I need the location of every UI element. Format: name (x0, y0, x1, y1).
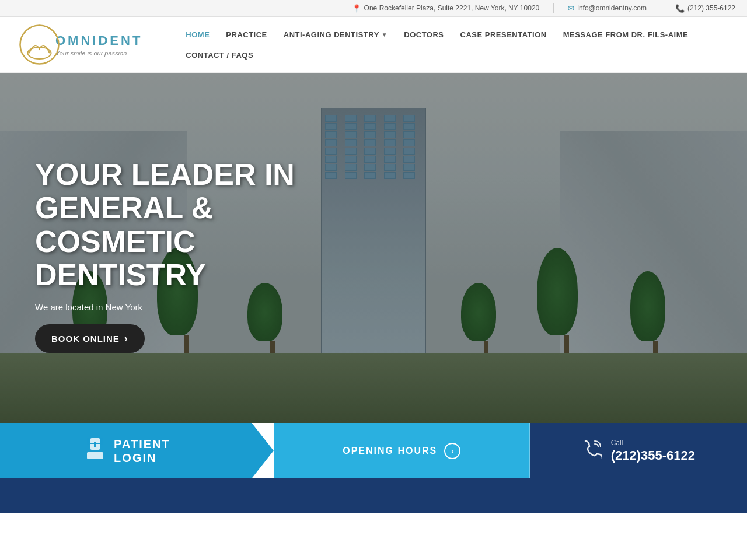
phone-section[interactable]: Call (212)355-6122 (530, 423, 747, 478)
email-icon: ✉ (568, 4, 574, 13)
patient-icon (86, 437, 104, 464)
email-text: info@omnidentny.com (577, 4, 647, 12)
hero-title: YOUR LEADER IN GENERAL & COSMETIC DENTIS… (35, 158, 374, 292)
logo-tagline: Your smile is our passion (55, 50, 142, 57)
call-label: Call (611, 439, 695, 447)
nav-anti-aging[interactable]: ANTI-AGING DENTISTRY ▼ (275, 26, 396, 44)
phone-icon: 📞 (675, 4, 685, 13)
location-link[interactable]: We are located in New York (35, 302, 142, 312)
main-nav: HOME PRACTICE ANTI-AGING DENTISTRY ▼ DOC… (177, 26, 729, 64)
nav-message[interactable]: MESSAGE FROM DR. FILS-AIME (555, 26, 697, 44)
logo-name: OMNIDENT (55, 33, 142, 48)
patient-login-text: PATIENT LOGIN (114, 437, 170, 465)
book-arrow-icon: › (124, 332, 128, 345)
patient-label-2: LOGIN (114, 451, 170, 465)
nav-home[interactable]: HOME (177, 26, 218, 44)
header: OMNIDENT Your smile is our passion HOME … (0, 17, 747, 73)
svg-rect-3 (94, 442, 96, 447)
below-fold (0, 478, 747, 513)
bottom-bar: PATIENT LOGIN OPENING HOURS › Call (212)… (0, 423, 747, 478)
location-icon: 📍 (352, 4, 361, 13)
dropdown-arrow-anti-aging: ▼ (382, 32, 388, 38)
email-item[interactable]: ✉ info@omnidentny.com (568, 4, 647, 13)
phone-text: (212) 355-6122 (687, 4, 735, 12)
svg-rect-5 (87, 452, 103, 459)
address-item: 📍 One Rockefeller Plaza, Suite 2221, New… (352, 4, 540, 13)
svg-rect-4 (90, 443, 100, 444)
logo-circle (18, 23, 61, 66)
hero-section: // Inline create windows - handled in te… (0, 73, 747, 423)
address-text: One Rockefeller Plaza, Suite 2221, New Y… (364, 4, 540, 12)
hours-inner: OPENING HOURS › (343, 443, 460, 459)
hero-content: YOUR LEADER IN GENERAL & COSMETIC DENTIS… (35, 158, 374, 353)
patient-label-1: PATIENT (114, 437, 170, 451)
opening-hours-section[interactable]: OPENING HOURS › (274, 423, 530, 478)
nav-practice[interactable]: PRACTICE (218, 26, 275, 44)
nav-case-presentation[interactable]: CASE PRESENTATION (452, 26, 555, 44)
top-bar: 📍 One Rockefeller Plaza, Suite 2221, New… (0, 0, 747, 17)
phone-section-text: Call (212)355-6122 (611, 439, 695, 463)
logo-text: OMNIDENT Your smile is our passion (55, 33, 142, 57)
svg-point-0 (20, 26, 59, 64)
nav-doctors[interactable]: DOCTORS (396, 26, 452, 44)
nav-contact[interactable]: CONTACT / FAQS (177, 46, 261, 64)
divider-2 (661, 4, 661, 13)
hours-label: OPENING HOURS (343, 446, 437, 456)
patient-login-section[interactable]: PATIENT LOGIN (0, 423, 274, 478)
book-online-button[interactable]: Book Online › (35, 324, 145, 353)
phone-number: (212)355-6122 (611, 448, 695, 463)
hours-arrow-icon: › (444, 443, 460, 459)
divider-1 (553, 4, 554, 13)
logo-area[interactable]: OMNIDENT Your smile is our passion (18, 23, 142, 66)
phone-section-icon (582, 439, 602, 463)
phone-item[interactable]: 📞 (212) 355-6122 (675, 4, 735, 13)
